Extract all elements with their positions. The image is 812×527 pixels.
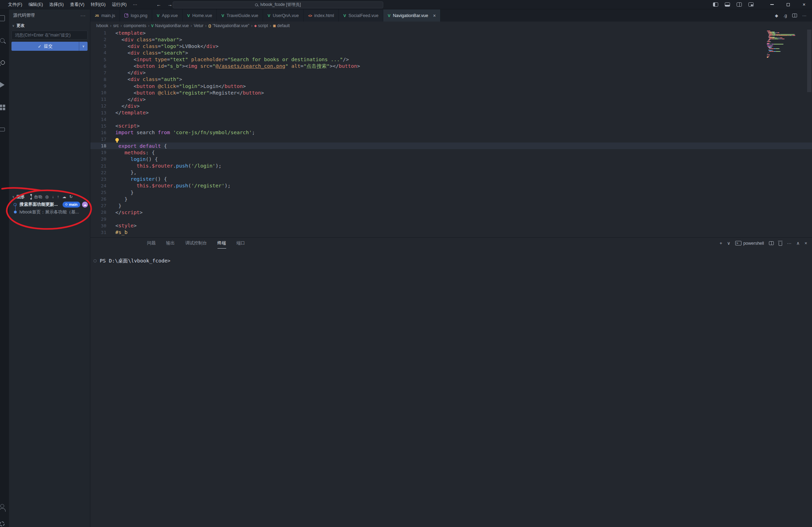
breadcrumb-item-Vetur[interactable]: Vetur (194, 23, 203, 28)
extension-g-action[interactable]: .g (784, 13, 787, 18)
activity-explorer[interactable] (0, 14, 7, 23)
code-line-17[interactable]: 17 (90, 136, 812, 143)
history-back-icon[interactable]: ← (156, 2, 161, 7)
menu-item-运行(R)[interactable]: 运行(R) (109, 0, 130, 9)
sidebar-more-actions[interactable]: ··· (81, 13, 86, 18)
activity-manage[interactable] (0, 519, 7, 527)
code-line-5[interactable]: 5 <input type="text" placeholder="Search… (90, 56, 812, 63)
close-panel[interactable]: × (804, 241, 807, 246)
code-line-14[interactable]: 14 (90, 116, 812, 123)
breadcrumb-item-components[interactable]: components (124, 23, 146, 28)
code-line-4[interactable]: 4 <div class="search"> (90, 49, 812, 56)
command-center-search[interactable]: lvbook_fcode [管理员] (173, 1, 383, 8)
tab-SocialFeed.vue[interactable]: VSocialFeed.vue (339, 9, 383, 22)
tab-main.js[interactable]: JSmain.js (90, 9, 120, 22)
code-line-8[interactable]: 8 <div class="auth"> (90, 76, 812, 83)
breadcrumb-item-NavigationBar.vue[interactable]: {}"NavigationBar.vue" (208, 23, 249, 28)
code-line-10[interactable]: 10 <button @click="register">Register</b… (90, 89, 812, 96)
code-line-2[interactable]: 2 <div class="navbar"> (90, 36, 812, 43)
code-line-1[interactable]: 1<template> (90, 30, 812, 36)
toggle-primary-sidebar-icon[interactable] (713, 2, 718, 7)
menu-item-文件(F)[interactable]: 文件(F) (5, 0, 25, 9)
close-window-button[interactable]: × (796, 0, 812, 9)
new-terminal[interactable]: + (720, 241, 722, 246)
commit-button[interactable]: ✓ 提交 ∨ (11, 42, 88, 51)
panel-tab-端口[interactable]: 端口 (237, 240, 245, 246)
code-line-23[interactable]: 23 register() { (90, 176, 812, 183)
more-terminal-actions[interactable]: ··· (787, 241, 792, 246)
history-forward-icon[interactable]: → (167, 2, 172, 7)
code-line-15[interactable]: 15<script> (90, 123, 812, 129)
tab-index.html[interactable]: <>index.html (304, 9, 339, 22)
changes-section-header[interactable]: ∨ 更改 (9, 22, 90, 30)
refresh-button[interactable]: ↻ (69, 194, 73, 199)
code-line-29[interactable]: 29 (90, 216, 812, 222)
commit-row[interactable]: lvbook首页：展示各功能（基... (9, 208, 90, 216)
code-line-22[interactable]: 22 }, (90, 169, 812, 176)
push-button[interactable]: ↑ (57, 195, 59, 199)
commit-dropdown-button[interactable]: ∨ (79, 42, 88, 51)
code-line-3[interactable]: 3 <div class="logo">LVBook</div> (90, 43, 812, 49)
activity-search[interactable] (0, 36, 7, 45)
code-line-24[interactable]: 24 this.$router.push('/register'); (90, 183, 812, 189)
code-line-18[interactable]: 18 export default { (90, 143, 812, 149)
code-line-21[interactable]: 21 this.$router.push('/login'); (90, 163, 812, 169)
toggle-panel-icon[interactable] (725, 2, 730, 7)
tab-Home.vue[interactable]: VHome.vue (183, 9, 217, 22)
tab-logo.png[interactable]: logo.png (120, 9, 152, 22)
more-editor-actions[interactable]: ··· (802, 13, 806, 18)
code-line-6[interactable]: 6 <button id="s_b"><img src="@/assets/se… (90, 63, 812, 70)
tab-UserQnA.vue[interactable]: VUserQnA.vue (263, 9, 304, 22)
code-editor[interactable]: 1<template>2 <div class="navbar">3 <div … (90, 30, 812, 237)
customize-layout-icon[interactable] (748, 2, 754, 7)
code-line-31[interactable]: 31#s_b (90, 229, 812, 236)
menu-item-查看(V)[interactable]: 查看(V) (67, 0, 88, 9)
activity-remote-explorer[interactable] (0, 125, 7, 134)
auto-layout-button[interactable]: 自动 (30, 194, 42, 200)
activity-accounts[interactable] (0, 503, 7, 512)
menu-item-编辑(E)[interactable]: 编辑(E) (25, 0, 46, 9)
code-line-13[interactable]: 13</template> (90, 110, 812, 116)
code-line-7[interactable]: 7 </div> (90, 70, 812, 76)
terminal[interactable]: PS D:\桌面\lvbook_fcode> (90, 258, 812, 264)
pull-button[interactable]: ↓ (52, 195, 54, 199)
breadcrumb-item-NavigationBar.vue[interactable]: VNavigationBar.vue (151, 23, 189, 28)
code-line-9[interactable]: 9 <button @click="login">Login</button> (90, 83, 812, 89)
maximize-panel[interactable]: ∧ (796, 241, 800, 246)
panel-tab-调试控制台[interactable]: 调试控制台 (185, 240, 207, 246)
code-line-30[interactable]: 30<style> (90, 222, 812, 229)
close-tab-icon[interactable]: × (433, 13, 436, 18)
breadcrumb-item-src[interactable]: src (113, 23, 119, 28)
pick-commit-button[interactable]: ◎ (46, 194, 49, 199)
breadcrumb-item-script[interactable]: ◈script (254, 23, 268, 28)
tab-NavigationBar.vue[interactable]: VNavigationBar.vue× (383, 9, 441, 22)
menu-item-转到(G)[interactable]: 转到(G) (88, 0, 109, 9)
maximize-button[interactable] (780, 0, 796, 9)
minimize-button[interactable] (764, 0, 780, 9)
terminal-shell[interactable]: >_powershell (735, 241, 764, 246)
code-line-26[interactable]: 26 } (90, 196, 812, 202)
code-line-20[interactable]: 20 login() { (90, 156, 812, 162)
extension-diamond-action[interactable]: ◆ (775, 13, 778, 18)
kill-terminal[interactable] (779, 241, 782, 246)
breadcrumb-item-lvbook[interactable]: lvbook (96, 23, 108, 28)
toggle-secondary-sidebar-icon[interactable] (737, 2, 742, 7)
panel-tab-问题[interactable]: 问题 (147, 240, 156, 246)
lightbulb-icon[interactable] (115, 138, 119, 141)
code-line-28[interactable]: 28</script> (90, 209, 812, 216)
panel-tab-终端[interactable]: 终端 (218, 240, 226, 246)
split-editor[interactable] (792, 14, 797, 17)
code-line-16[interactable]: 16import search from 'core-js/fn/symbol/… (90, 129, 812, 136)
breadcrumb-item-default[interactable]: ▣default (273, 23, 290, 28)
split-terminal[interactable] (769, 241, 774, 245)
editor-scrollbar[interactable] (807, 30, 811, 92)
activity-extensions[interactable] (0, 103, 7, 112)
code-line-27[interactable]: 27 } (90, 202, 812, 209)
tab-App.vue[interactable]: VApp.vue (152, 9, 183, 22)
minimap[interactable] (767, 31, 806, 58)
cloud-button[interactable]: ☁ (62, 194, 66, 199)
code-line-25[interactable]: 25 } (90, 189, 812, 196)
menu-overflow[interactable]: ··· (130, 0, 140, 9)
activity-run-and-debug[interactable] (0, 80, 7, 89)
commit-row[interactable]: 搜索界面功能更新...main☁ (9, 201, 90, 208)
